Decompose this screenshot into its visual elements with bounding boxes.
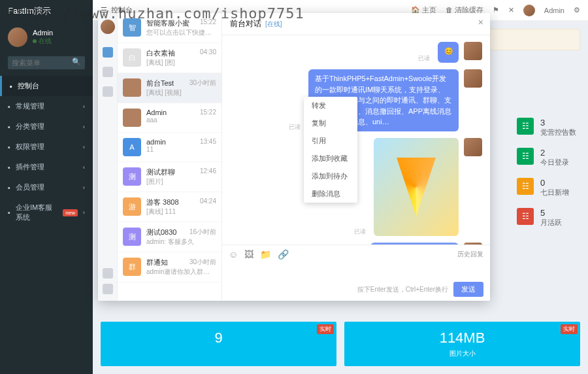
context-menu-item[interactable]: 转发: [304, 97, 357, 114]
conversation-item[interactable]: 前台Test30小时前[离线] [视频]: [118, 73, 221, 103]
read-status: 已读: [418, 54, 430, 63]
msg-avatar: [464, 42, 482, 60]
chat-panel: 前台对话 [在线] 😊 已读 基于ThinkPHP5+FastAdmin+Swo…: [222, 13, 490, 301]
message-input[interactable]: [229, 260, 483, 282]
conv-avatar: [123, 109, 141, 127]
conversation-item[interactable]: 白白衣素袖04:30[离线] [图]: [118, 43, 221, 73]
context-menu-item[interactable]: 复制: [304, 114, 357, 132]
modal-mask: × 智智能客服小蜜15:22您可以点击以下快捷…白白衣素袖04:30[离线] […: [0, 0, 588, 374]
send-button[interactable]: 发送: [453, 282, 483, 297]
chat-modal: × 智智能客服小蜜15:22您可以点击以下快捷…白白衣素袖04:30[离线] […: [98, 13, 490, 301]
link-icon[interactable]: 🔗: [278, 249, 289, 260]
conv-avatar: 智: [123, 18, 141, 37]
context-menu: 转发复制引用添加到收藏添加到待办删除消息: [304, 97, 357, 203]
conv-avatar: 白: [123, 48, 141, 67]
conversation-item[interactable]: Admin15:22aaa: [118, 103, 221, 133]
image-icon[interactable]: 🖼: [244, 249, 253, 260]
message: 😊 已读: [230, 42, 482, 63]
conversation-item[interactable]: Aadmin13:4511: [118, 133, 221, 162]
emoji-bubble[interactable]: 😊: [438, 42, 459, 63]
context-menu-item[interactable]: 添加到收藏: [304, 150, 357, 167]
send-hint: 按下Enter发送，Ctrl+Enter换行: [357, 285, 448, 294]
history-link[interactable]: 历史回复: [457, 250, 483, 259]
conversation-item[interactable]: 群群通知30小时前admin邀请你加入群…: [118, 252, 221, 282]
context-menu-item[interactable]: 引用: [304, 132, 357, 150]
conv-avatar: A: [123, 138, 141, 156]
nav-contacts-icon[interactable]: [103, 67, 113, 77]
nav-settings-icon[interactable]: [103, 284, 113, 294]
image-bubble[interactable]: [374, 138, 459, 236]
nav-chat-icon[interactable]: [103, 47, 113, 58]
folder-icon[interactable]: 📁: [260, 249, 271, 260]
conversation-item[interactable]: 测测试群聊12:46[图片]: [118, 162, 221, 192]
chat-footer: ☺ 🖼 📁 🔗 历史回复 按下Enter发送，Ctrl+Enter换行 发送: [222, 245, 490, 301]
modal-nav: [98, 13, 118, 301]
chat-header: 前台对话 [在线]: [222, 13, 490, 35]
conversation-item[interactable]: 测测试083016小时前admin: 客服多久: [118, 222, 221, 252]
msg-avatar: [464, 69, 482, 88]
read-status: 已读: [289, 123, 301, 131]
chat-body: 😊 已读 基于ThinkPHP5+FastAdmin+Swoole开发的一款即时…: [222, 35, 490, 245]
msg-avatar: [464, 138, 482, 156]
conv-avatar: 测: [123, 228, 141, 246]
nav-fav-icon[interactable]: [103, 86, 113, 97]
conv-avatar: 游: [123, 197, 141, 216]
conv-avatar: [123, 78, 141, 97]
conv-avatar: 测: [123, 167, 141, 186]
modal-avatar: [101, 20, 115, 34]
conversation-item[interactable]: 智智能客服小蜜15:22您可以点击以下快捷…: [118, 13, 221, 43]
read-status: 已读: [354, 228, 366, 236]
emoji-icon[interactable]: ☺: [229, 249, 238, 260]
conversation-list: 智智能客服小蜜15:22您可以点击以下快捷…白白衣素袖04:30[离线] [图]…: [118, 13, 222, 301]
chat-toolbar: ☺ 🖼 📁 🔗 历史回复: [229, 249, 483, 260]
context-menu-item[interactable]: 删除消息: [304, 185, 357, 203]
nav-grid-icon[interactable]: [103, 268, 113, 279]
conv-avatar: 群: [123, 258, 141, 276]
conversation-item[interactable]: 游游客 380804:24[离线] 111: [118, 192, 221, 222]
context-menu-item[interactable]: 添加到待办: [304, 167, 357, 185]
